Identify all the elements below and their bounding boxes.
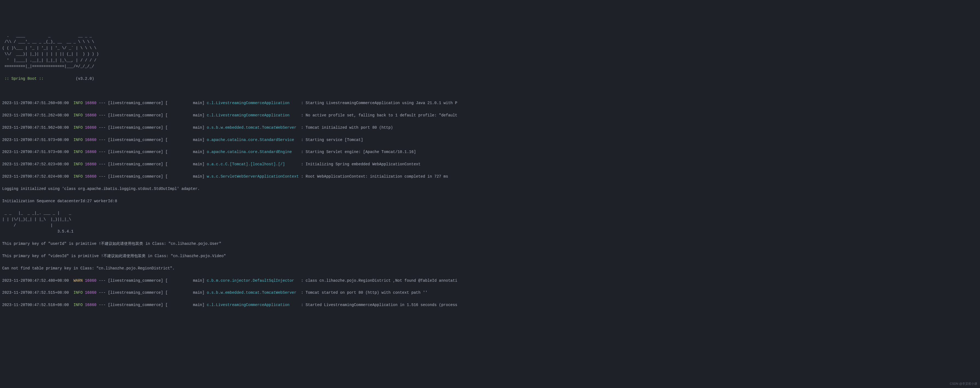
log-logger: o.s.b.w.embedded.tomcat.TomcatWebServer — [207, 125, 299, 130]
log-thread: --- [livestreaming_commerce] [ main] — [96, 162, 207, 166]
log-logger: w.s.c.ServletWebServerApplicationContext — [207, 174, 299, 179]
log-message: : class cn.lihaozhe.pojo.RegionDistrict … — [299, 279, 457, 283]
log-pid: 16860 — [85, 125, 96, 130]
log-pid: 16860 — [85, 101, 96, 105]
spring-ascii-banner: . ____ _ __ _ _ /\\ / ___'_ __ _ _(_)_ _… — [2, 33, 978, 70]
log-timestamp: 2023-11-28T00:47:51.973+08:00 — [2, 150, 69, 154]
log-message: : Root WebApplicationContext: initializa… — [299, 174, 448, 179]
log-level: INFO — [73, 290, 83, 295]
log-timestamp: 2023-11-28T00:47:51.260+08:00 — [2, 101, 69, 105]
log-level: INFO — [73, 101, 83, 105]
log-timestamp: 2023-11-28T00:47:51.973+08:00 — [2, 138, 69, 142]
log-thread: --- [livestreaming_commerce] [ main] — [96, 138, 207, 142]
log-thread: --- [livestreaming_commerce] [ main] — [96, 279, 207, 283]
log-logger: c.l.LivestreamingCommerceApplication — [207, 303, 299, 307]
log-level: INFO — [73, 303, 83, 307]
log-pid: 16860 — [85, 138, 96, 142]
log-line: 2023-11-28T00:47:52.480+08:00 WARN 16860… — [2, 278, 978, 283]
spring-boot-version: (v3.2.0) — [46, 76, 94, 81]
log-logger: o.apache.catalina.core.StandardService — [207, 138, 299, 142]
log-timestamp: 2023-11-28T00:47:52.515+08:00 — [2, 290, 69, 295]
plain-log-line: Can not find table primary key in Class:… — [2, 265, 978, 271]
log-thread: --- [livestreaming_commerce] [ main] — [96, 113, 207, 117]
log-pid: 16860 — [85, 174, 96, 179]
log-line: 2023-11-28T00:47:51.973+08:00 INFO 16860… — [2, 137, 978, 143]
log-thread: --- [livestreaming_commerce] [ main] — [96, 101, 207, 105]
log-message: : Starting service [Tomcat] — [299, 138, 363, 142]
mybatis-ascii-banner: _ _ |_ _ _|_. ___ _ | _ | | |\/|_)(_| | … — [2, 210, 978, 235]
log-timestamp: 2023-11-28T00:47:52.024+08:00 — [2, 174, 69, 179]
plain-log-line: Logging initialized using 'class org.apa… — [2, 186, 978, 192]
log-timestamp: 2023-11-28T00:47:51.962+08:00 — [2, 125, 69, 130]
log-message: : Initializing Spring embedded WebApplic… — [299, 162, 420, 166]
log-line: 2023-11-28T00:47:51.962+08:00 INFO 16860… — [2, 125, 978, 131]
log-message: : Tomcat started on port 80 (http) with … — [299, 290, 427, 295]
log-line: 2023-11-28T00:47:51.973+08:00 INFO 16860… — [2, 149, 978, 155]
log-level: INFO — [73, 113, 83, 117]
console-output: . ____ _ __ _ _ /\\ / ___'_ __ _ _(_)_ _… — [2, 27, 978, 314]
log-line: 2023-11-28T00:47:52.023+08:00 INFO 16860… — [2, 161, 978, 167]
log-level: INFO — [73, 174, 83, 179]
log-level: INFO — [73, 125, 83, 130]
log-logger: o.apache.catalina.core.StandardEngine — [207, 150, 299, 154]
log-level: INFO — [73, 162, 83, 166]
blank-line — [2, 88, 978, 94]
log-thread: --- [livestreaming_commerce] [ main] — [96, 290, 207, 295]
log-pid: 16860 — [85, 290, 96, 295]
log-pid: 16860 — [85, 113, 96, 117]
log-thread: --- [livestreaming_commerce] [ main] — [96, 150, 207, 154]
log-timestamp: 2023-11-28T00:47:52.480+08:00 — [2, 279, 69, 283]
log-thread: --- [livestreaming_commerce] [ main] — [96, 125, 207, 130]
log-thread: --- [livestreaming_commerce] [ main] — [96, 174, 207, 179]
warning-line: This primary key of "videoId" is primiti… — [2, 253, 978, 259]
plain-log-line: Initialization Sequence datacenterId:27 … — [2, 198, 978, 204]
log-pid: 16860 — [85, 303, 96, 307]
log-timestamp: 2023-11-28T00:47:52.023+08:00 — [2, 162, 69, 166]
log-logger: o.s.b.w.embedded.tomcat.TomcatWebServer — [207, 290, 299, 295]
log-line: 2023-11-28T00:47:51.260+08:00 INFO 16860… — [2, 100, 978, 106]
log-logger: c.b.m.core.injector.DefaultSqlInjector — [207, 279, 299, 283]
log-logger: c.l.LivestreamingCommerceApplication — [207, 113, 299, 117]
log-timestamp: 2023-11-28T00:47:52.518+08:00 — [2, 303, 69, 307]
log-pid: 16860 — [85, 150, 96, 154]
spring-boot-version-line: :: Spring Boot :: (v3.2.0) — [2, 76, 978, 82]
log-message: : Starting LivestreamingCommerceApplicat… — [299, 101, 457, 105]
log-line: 2023-11-28T00:47:52.024+08:00 INFO 16860… — [2, 174, 978, 179]
log-message: : Starting Servlet engine: [Apache Tomca… — [299, 150, 416, 154]
log-level: WARN — [73, 279, 83, 283]
spring-boot-label: :: Spring Boot :: — [2, 76, 46, 81]
log-pid: 16860 — [85, 162, 96, 166]
log-timestamp: 2023-11-28T00:47:51.262+08:00 — [2, 113, 69, 117]
log-line: 2023-11-28T00:47:52.515+08:00 INFO 16860… — [2, 290, 978, 296]
log-message: : Started LivestreamingCommerceApplicati… — [299, 303, 457, 307]
log-line: 2023-11-28T00:47:52.518+08:00 INFO 16860… — [2, 302, 978, 308]
log-logger: c.l.LivestreamingCommerceApplication — [207, 101, 299, 105]
log-level: INFO — [73, 138, 83, 142]
log-message: : Tomcat initialized with port 80 (http) — [299, 125, 393, 130]
log-line: 2023-11-28T00:47:51.262+08:00 INFO 16860… — [2, 112, 978, 118]
log-pid: 16860 — [85, 279, 96, 283]
warning-line: This primary key of "userId" is primitiv… — [2, 241, 978, 247]
log-level: INFO — [73, 150, 83, 154]
log-logger: o.a.c.c.C.[Tomcat].[localhost].[/] — [207, 162, 299, 166]
log-thread: --- [livestreaming_commerce] [ main] — [96, 303, 207, 307]
log-message: : No active profile set, falling back to… — [299, 113, 457, 117]
